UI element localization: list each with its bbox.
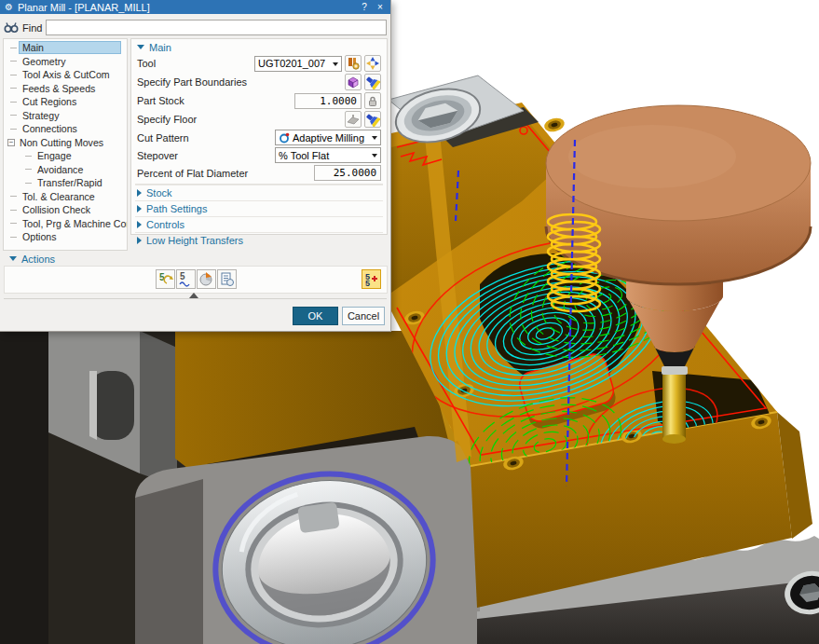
part-stock-row: Part Stock 1.0000 (135, 91, 383, 110)
tool-library-icon (366, 57, 379, 70)
chevron-down-icon (137, 45, 144, 49)
chevron-right-icon (137, 205, 142, 212)
verify-button[interactable]: 5 (176, 269, 196, 289)
sidebar-item-connections[interactable]: Connections (4, 122, 127, 136)
sidebar-item-strategy[interactable]: Strategy (4, 109, 127, 123)
select-boundaries-button[interactable] (345, 74, 362, 90)
svg-text:5: 5 (365, 279, 370, 287)
new-tool-icon (347, 57, 360, 70)
floor-icon (347, 113, 360, 126)
ok-button[interactable]: OK (293, 307, 338, 325)
group-stock[interactable]: Stock (135, 185, 383, 200)
find-input[interactable] (46, 20, 387, 35)
find-label: Find (22, 22, 42, 34)
list-icon (219, 271, 235, 287)
sidebar-item-main[interactable]: Main (4, 41, 127, 55)
sidebar-item-cut-regions[interactable]: Cut Regions (4, 95, 127, 109)
specify-part-boundaries-row: Specify Part Boundaries (135, 73, 383, 91)
chevron-right-icon (137, 221, 142, 228)
new-tool-button[interactable] (345, 55, 362, 72)
select-floor-button-disabled[interactable] (345, 111, 362, 128)
dialog-collapse-arrow-icon[interactable] (189, 293, 198, 298)
select-flashlight-icon (366, 75, 380, 89)
dialog-titlebar[interactable]: ⚙ Planar Mill - [PLANAR_MILL] ? × (0, 0, 390, 14)
actions-icon-bar: 5 5 (4, 266, 388, 294)
chevron-down-icon (9, 256, 17, 261)
sidebar-item-tool-prg-machine-control[interactable]: Tool, Prg & Machine Control (4, 217, 127, 231)
application-window: ⚙ Planar Mill - [PLANAR_MILL] ? × Find M… (0, 0, 819, 644)
sidebar-item-geometry[interactable]: Geometry (4, 55, 127, 69)
find-row: Find (0, 14, 390, 41)
select-flashlight-icon (366, 113, 380, 127)
specify-floor-row: Specify Floor (135, 110, 383, 129)
cut-pattern-row: Cut Pattern Adaptive Milling (135, 129, 383, 146)
cut-pattern-dropdown[interactable]: Adaptive Milling (275, 130, 381, 145)
sidebar-item-feeds-speeds[interactable]: Feeds & Speeds (4, 82, 127, 96)
generate-highlighted-button[interactable]: 5 5 (362, 269, 381, 289)
generate-button[interactable]: 5 (156, 269, 175, 289)
group-path-settings[interactable]: Path Settings (135, 200, 383, 216)
generate-highlight-icon: 5 5 (363, 271, 379, 287)
list-button[interactable] (217, 269, 237, 289)
sidebar-item-avoidance[interactable]: Avoidance (4, 163, 127, 177)
help-icon[interactable]: ? (359, 2, 370, 12)
actions-section: Actions 5 5 (0, 252, 391, 294)
percent-flat-row: Percent of Flat Diameter 25.0000 (135, 164, 383, 182)
tool-shank (662, 375, 686, 439)
dialog-title: Planar Mill - [PLANAR_MILL] (18, 2, 354, 13)
part-stock-lock-button[interactable] (364, 92, 381, 109)
group-actions-header[interactable]: Actions (0, 252, 391, 266)
chevron-right-icon (137, 189, 142, 197)
generate-icon: 5 (157, 271, 173, 287)
sidebar-item-tol-clearance[interactable]: Tol. & Clearance (4, 190, 127, 204)
gear-icon: ⚙ (5, 2, 13, 12)
footer-divider (4, 298, 387, 299)
tool-library-button[interactable] (364, 55, 381, 72)
sidebar-item-transfer-rapid[interactable]: Transfer/Rapid (4, 176, 127, 190)
sidebar-item-non-cutting-moves[interactable]: Non Cutting Moves (4, 136, 127, 150)
group-main-header[interactable]: Main (135, 40, 383, 54)
collapse-minus-icon[interactable] (7, 139, 15, 146)
footer-buttons: OK Cancel (293, 307, 385, 325)
stepover-row: Stepover % Tool Flat (135, 146, 383, 164)
lock-icon (367, 95, 378, 107)
tool-dropdown[interactable]: UGT0201_007 (Er (254, 56, 342, 72)
verify-icon: 5 (178, 271, 194, 287)
sidebar-item-options[interactable]: Options (4, 230, 127, 244)
part-stock-input[interactable]: 1.0000 (294, 93, 362, 109)
boundaries-flashlight-button[interactable] (364, 74, 381, 90)
chevron-right-icon (137, 237, 142, 244)
sidebar-item-engage[interactable]: Engage (4, 149, 127, 163)
planar-mill-dialog: ⚙ Planar Mill - [PLANAR_MILL] ? × Find M… (0, 0, 391, 332)
close-icon[interactable]: × (375, 2, 386, 12)
cancel-button[interactable]: Cancel (342, 307, 385, 325)
sidebar-item-tool-axis-cutcom[interactable]: Tool Axis & CutCom (4, 68, 127, 82)
group-controls[interactable]: Controls (135, 216, 383, 232)
svg-text:5: 5 (180, 271, 185, 281)
stepover-dropdown[interactable]: % Tool Flat (275, 147, 381, 163)
adaptive-milling-icon (279, 132, 290, 144)
simulate-button[interactable] (197, 269, 216, 289)
sidebar-item-collision-check[interactable]: Collision Check (4, 203, 127, 217)
dialog-sidebar: Main Geometry Tool Axis & CutCom Feeds &… (3, 38, 128, 251)
tool-row: Tool UGT0201_007 (Er (135, 54, 383, 73)
find-binoculars-icon (4, 21, 19, 34)
part-boundaries-icon (347, 75, 360, 89)
group-low-height-transfers[interactable]: Low Height Transfers (135, 232, 383, 248)
main-parameter-panel: Main Tool UGT0201_007 (Er (130, 38, 388, 235)
simulate-icon (198, 271, 214, 287)
fixture-boss[interactable] (135, 436, 480, 644)
percent-flat-input[interactable]: 25.0000 (314, 165, 381, 181)
floor-flashlight-button[interactable] (364, 111, 381, 128)
